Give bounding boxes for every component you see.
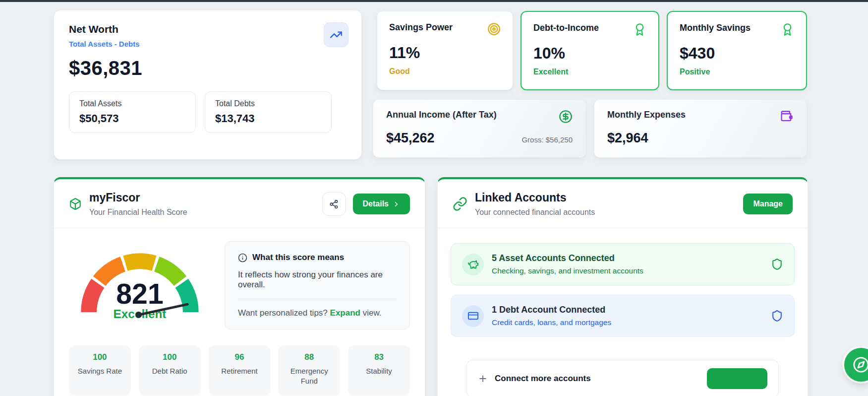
net-worth-formula: Total Assets - Debts bbox=[69, 40, 347, 48]
total-debts-value: $13,743 bbox=[215, 112, 321, 125]
award-icon bbox=[781, 23, 794, 36]
subscore-debt-ratio: 100 Debt Ratio bbox=[139, 345, 201, 396]
tips-prefix: Want personalized tips? bbox=[238, 308, 328, 318]
gauge-score: 821 bbox=[116, 278, 163, 310]
debt-accounts-title: 1 Debt Account Connected bbox=[492, 305, 611, 315]
total-assets-value: $50,573 bbox=[79, 112, 185, 125]
connect-more-title: Connect more accounts bbox=[495, 374, 591, 384]
info-divider bbox=[238, 299, 397, 299]
plus-icon bbox=[478, 374, 488, 384]
expand-link[interactable]: Expand bbox=[330, 308, 360, 318]
health-score-gauge: 821 Excellent bbox=[69, 241, 211, 330]
manage-button[interactable]: Manage bbox=[743, 194, 793, 214]
total-debts-label: Total Debts bbox=[215, 99, 321, 108]
subscore-label: Stability bbox=[352, 366, 406, 376]
monthly-expenses-card: Monthly Expenses $2,964 bbox=[594, 99, 807, 158]
asset-accounts-row: 5 Asset Accounts Connected Checking, sav… bbox=[451, 243, 795, 285]
debt-accounts-subtitle: Credit cards, loans, and mortgages bbox=[492, 318, 611, 327]
chevron-right-icon bbox=[393, 200, 400, 208]
subscore-emergency-fund: 88 Emergency Fund bbox=[278, 345, 340, 396]
add-account-button[interactable] bbox=[707, 368, 767, 389]
details-button[interactable]: Details bbox=[353, 194, 410, 214]
gauge-needle-pivot bbox=[136, 312, 142, 318]
debt-to-income-status: Excellent bbox=[533, 67, 646, 76]
monthly-expenses-value: $2,964 bbox=[607, 131, 648, 146]
health-score-brand: myFiscor bbox=[89, 191, 187, 204]
asset-accounts-subtitle: Checking, savings, and investment accoun… bbox=[492, 266, 643, 275]
compass-icon bbox=[853, 356, 868, 373]
subscore-label: Savings Rate bbox=[73, 366, 127, 376]
shield-icon bbox=[771, 310, 783, 322]
debt-to-income-value: 10% bbox=[533, 44, 646, 63]
monthly-savings-status: Positive bbox=[680, 67, 794, 76]
subscore-value: 100 bbox=[73, 352, 127, 362]
credit-card-icon bbox=[462, 305, 484, 327]
linked-accounts-subtitle: Your connected financial accounts bbox=[475, 208, 595, 217]
details-button-label: Details bbox=[363, 199, 389, 208]
net-worth-trend-button[interactable] bbox=[324, 22, 348, 47]
debt-to-income-title: Debt-to-Income bbox=[533, 23, 599, 33]
linked-accounts-panel: Linked Accounts Your connected financial… bbox=[437, 177, 808, 396]
monthly-savings-card: Monthly Savings $430 Positive bbox=[667, 11, 807, 90]
shield-icon bbox=[771, 258, 783, 270]
annual-income-value: $45,262 bbox=[386, 131, 435, 146]
savings-power-card: Savings Power 11% Good bbox=[377, 11, 513, 90]
subscore-label: Retirement bbox=[213, 366, 267, 376]
link-icon bbox=[453, 197, 467, 211]
circle-dollar-icon bbox=[559, 110, 573, 124]
dashboard-screen: Net Worth Total Assets - Debts $36,831 T… bbox=[0, 0, 868, 396]
award-icon bbox=[633, 23, 646, 36]
debt-to-income-card: Debt-to-Income 10% Excellent bbox=[521, 11, 659, 90]
target-icon bbox=[487, 22, 501, 36]
savings-power-value: 11% bbox=[389, 44, 501, 62]
monthly-savings-title: Monthly Savings bbox=[680, 23, 751, 33]
health-score-panel: myFiscor Your Financial Health Score Det… bbox=[54, 177, 425, 396]
subscore-stability: 83 Stability bbox=[348, 345, 410, 396]
subscore-value: 96 bbox=[213, 352, 267, 362]
annual-income-gross: Gross: $56,250 bbox=[521, 135, 573, 144]
score-info-title: What this score means bbox=[252, 253, 344, 263]
subscore-label: Emergency Fund bbox=[282, 366, 336, 387]
score-tips-line: Want personalized tips? Expand view. bbox=[238, 308, 397, 318]
total-assets-label: Total Assets bbox=[79, 99, 185, 108]
subscore-value: 83 bbox=[352, 352, 406, 362]
net-worth-title: Net Worth bbox=[69, 23, 347, 35]
top-window-edge bbox=[0, 0, 868, 2]
score-info-body: It reflects how strong your finances are… bbox=[238, 270, 397, 290]
package-icon bbox=[69, 198, 82, 210]
health-score-subtitle: Your Financial Health Score bbox=[89, 208, 187, 217]
info-icon bbox=[238, 253, 247, 263]
annual-income-card: Annual Income (After Tax) $45,262 Gross:… bbox=[373, 99, 586, 158]
connect-more-row[interactable]: Connect more accounts bbox=[466, 360, 779, 396]
piggy-bank-icon bbox=[462, 254, 484, 275]
net-worth-value: $36,831 bbox=[69, 57, 347, 79]
monthly-expenses-title: Monthly Expenses bbox=[607, 110, 686, 120]
assistant-fab-button[interactable] bbox=[844, 348, 868, 382]
share-icon bbox=[329, 199, 339, 209]
subscore-value: 88 bbox=[282, 352, 336, 362]
net-worth-card: Net Worth Total Assets - Debts $36,831 T… bbox=[54, 10, 362, 160]
subscore-value: 100 bbox=[143, 352, 197, 362]
linked-accounts-title: Linked Accounts bbox=[475, 191, 595, 204]
subscore-retirement: 96 Retirement bbox=[209, 345, 271, 396]
share-button[interactable] bbox=[322, 192, 346, 216]
wallet-icon bbox=[780, 110, 794, 124]
tips-suffix: view. bbox=[363, 308, 382, 318]
monthly-savings-value: $430 bbox=[680, 44, 794, 63]
annual-income-title: Annual Income (After Tax) bbox=[386, 110, 497, 120]
total-debts-box: Total Debts $13,743 bbox=[205, 91, 332, 133]
subscore-savings-rate: 100 Savings Rate bbox=[69, 345, 131, 396]
debt-accounts-row: 1 Debt Account Connected Credit cards, l… bbox=[451, 295, 795, 337]
trending-up-icon bbox=[330, 28, 343, 41]
savings-power-status: Good bbox=[389, 67, 501, 76]
asset-accounts-title: 5 Asset Accounts Connected bbox=[492, 253, 643, 264]
savings-power-title: Savings Power bbox=[389, 22, 453, 33]
manage-button-label: Manage bbox=[753, 199, 783, 208]
score-info-box: What this score means It reflects how st… bbox=[225, 241, 410, 330]
total-assets-box: Total Assets $50,573 bbox=[69, 91, 196, 133]
subscore-label: Debt Ratio bbox=[143, 366, 197, 376]
